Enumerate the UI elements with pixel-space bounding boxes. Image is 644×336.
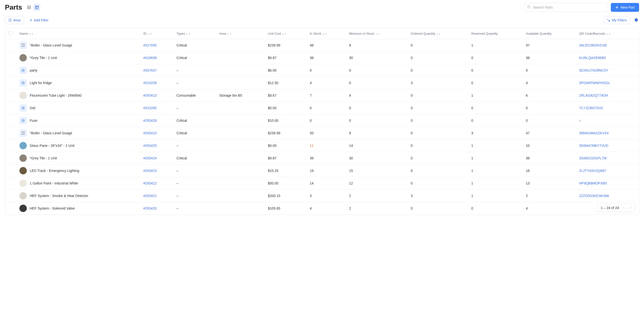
part-area (216, 152, 264, 165)
table-row[interactable]: *Grey Tile - 1 Unit #318838 Critical $9.… (5, 52, 639, 64)
col-id[interactable]: ID▲▼ (140, 28, 173, 39)
part-id-link[interactable]: #337637 (143, 68, 157, 72)
part-unit-cost: $9.87 (264, 52, 306, 64)
qr-link[interactable]: 3D6M47M6Y7VUD (579, 144, 608, 148)
table-row[interactable]: Light for fridge #319206 – $12.50 4 0 3 … (5, 77, 639, 89)
settings-button[interactable] (633, 17, 639, 24)
part-id-link[interactable]: #293424 (143, 156, 157, 160)
part-in-stock: 48 (306, 39, 346, 52)
svg-rect-13 (10, 20, 10, 21)
my-filters-button[interactable]: My Filters (604, 16, 630, 24)
part-ordered: 0 (407, 114, 468, 127)
add-filter-button[interactable]: Add Filter (27, 17, 51, 24)
col-ordered[interactable]: Ordered Quantity▲▼ (407, 28, 468, 39)
qr-link[interactable]: 7C7J236570V0 (579, 106, 603, 110)
plus-icon (615, 6, 619, 9)
view-cards-button[interactable] (26, 4, 32, 11)
part-in-stock: 4 (306, 202, 346, 215)
part-min-stock: 30 (346, 52, 407, 64)
table-row[interactable]: HEF System - Smoke & Heat Detector #2934… (5, 190, 639, 202)
part-available: 6 (522, 89, 576, 102)
part-id-link[interactable]: #293421 (143, 194, 157, 198)
col-types[interactable]: Types▲▼ (173, 28, 216, 39)
part-id-link[interactable]: #293422 (143, 181, 157, 185)
table-row[interactable]: *Grey Tile - 1 Unit #293424 Critical $9.… (5, 152, 639, 165)
table-row[interactable]: *Boiler - Glass Level Guage #293415 Crit… (5, 127, 639, 139)
part-id-link[interactable]: #319206 (143, 81, 157, 85)
qr-link[interactable]: 2LJTY43X2QAB7 (579, 169, 606, 173)
select-all-checkbox[interactable] (8, 31, 12, 35)
col-qr[interactable]: QR Code/Barcode▲▼ (576, 28, 639, 39)
part-thumb (20, 167, 27, 174)
part-ordered: 0 (407, 139, 468, 152)
part-id-link[interactable]: #293425 (143, 144, 157, 148)
part-reserved: 1 (468, 165, 522, 177)
qr-link[interactable]: 3S990102GPL7M (579, 156, 606, 160)
qr-link[interactable]: 39M4UWAX2KVX4 (579, 131, 608, 135)
svg-rect-12 (10, 20, 10, 21)
qr-link[interactable]: 2ZZD0S3HCWUN8 (579, 194, 609, 198)
part-id-link[interactable]: #318838 (143, 56, 157, 60)
qr-link[interactable]: KURLQAXE86B0 (579, 56, 606, 60)
part-reserved: 1 (468, 152, 522, 165)
part-reserved: 0 (468, 114, 522, 127)
table-row[interactable]: LED Track - Emergency Lighting #293423 –… (5, 165, 639, 177)
table-row[interactable]: Flourescent Tube Light - 26W/840 #293413… (5, 89, 639, 102)
part-available: 38 (522, 152, 576, 165)
view-table-button[interactable] (34, 4, 40, 11)
qr-link[interactable]: 3DXKU7G09NC0Y (579, 68, 608, 72)
part-id-link[interactable]: #293423 (143, 169, 157, 173)
part-in-stock: 38 (306, 52, 346, 64)
part-name: *Boiler - Glass Level Guage (30, 131, 72, 135)
part-id-link[interactable]: #293415 (143, 131, 157, 135)
part-id-link[interactable]: #293420 (143, 206, 157, 210)
part-min-stock: 12 (346, 177, 407, 190)
part-name: *Boiler - Glass Level Guage (30, 43, 72, 47)
qr-link[interactable]: 3ALEC0833VDXE (579, 43, 607, 47)
new-part-button[interactable]: New Part (611, 3, 639, 12)
sort-icon: ▲▼ (29, 33, 34, 35)
next-page-button[interactable] (629, 206, 632, 209)
building-icon (8, 19, 12, 22)
search-input[interactable] (524, 3, 608, 12)
table-row[interactable]: *Boiler - Glass Level Guage #317050 Crit… (5, 39, 639, 52)
part-thumb (20, 142, 27, 149)
part-available: 47 (522, 39, 576, 52)
part-id-link[interactable]: #317050 (143, 43, 157, 47)
pagination-label: 1 – 24 of 24 (601, 206, 619, 210)
col-in-stock[interactable]: In Stock▲▼ (306, 28, 346, 39)
part-available: 10 (522, 139, 576, 152)
table-row[interactable]: 1 Gallon Paint - Industrial White #29342… (5, 177, 639, 190)
filter-area-pill[interactable]: Area (5, 16, 24, 24)
part-thumb (20, 154, 27, 162)
table-row[interactable]: Fuse #293428 Critical $10.00 0 0 0 0 0 – (5, 114, 639, 127)
part-area (216, 190, 264, 202)
part-min-stock: 8 (346, 39, 407, 52)
part-ordered: 0 (407, 39, 468, 52)
part-id-link[interactable]: #319285 (143, 106, 157, 110)
col-name[interactable]: Name▲▼ (16, 28, 140, 39)
table-row[interactable]: Glass Pane - 28"x34" - 1 Unit #293425 – … (5, 139, 639, 152)
qr-link[interactable]: 2RLAGB2Q774DH (579, 94, 608, 97)
part-name: HEF System - Smoke & Heat Detector (30, 194, 88, 198)
col-min-stock[interactable]: Minimum in Stock▲▼ (346, 28, 407, 39)
part-ordered: 0 (407, 89, 468, 102)
part-area (216, 139, 264, 152)
prev-page-button[interactable] (622, 206, 625, 209)
part-min-stock: 0 (346, 102, 407, 114)
col-area[interactable]: Area▲▼ (216, 28, 264, 39)
part-id-link[interactable]: #293428 (143, 119, 157, 123)
table-row[interactable]: party #337637 – $6.00 0 0 0 0 0 3DXKU7G0… (5, 64, 639, 77)
search-box (524, 3, 608, 12)
part-types: – (173, 77, 216, 89)
qr-link[interactable]: HF9QB6MOPXB5 (579, 181, 607, 185)
part-unit-cost: $239.99 (264, 127, 306, 139)
svg-rect-9 (9, 19, 11, 22)
col-unit-cost[interactable]: Unit Cost▲▼ (264, 28, 306, 39)
sort-icon: ▲▼ (322, 33, 327, 35)
qr-link[interactable]: 3PGM9TMNPHOGL (579, 81, 610, 85)
table-row[interactable]: HEF System - Solenoid Valve #293420 – $1… (5, 202, 639, 215)
table-row[interactable]: Gtd #319285 – $0.00 0 0 0 0 0 7C7J236570… (5, 102, 639, 114)
part-id-link[interactable]: #293413 (143, 94, 157, 97)
part-thumb (20, 192, 27, 199)
